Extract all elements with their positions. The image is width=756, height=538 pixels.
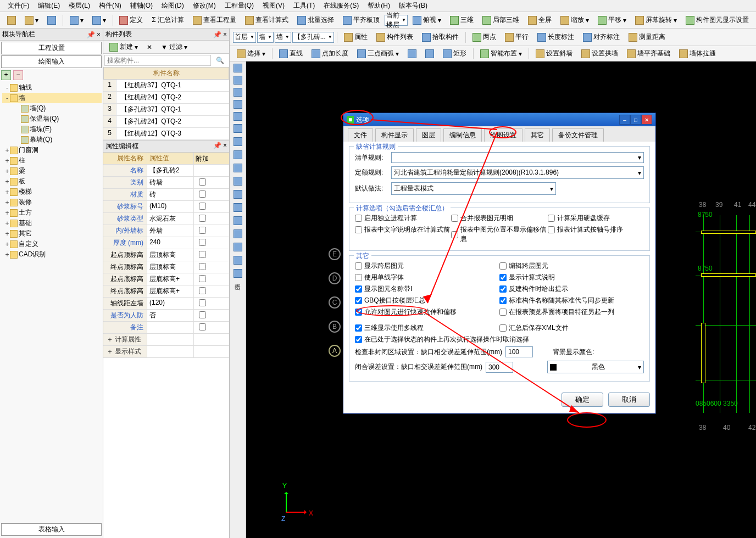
tree-expand-button[interactable]: + [1,70,11,80]
property-row[interactable]: 是否为人防否 [103,310,229,322]
prop-value[interactable]: 层底标高+ [147,285,194,297]
two-point-button[interactable]: 两点 [469,31,500,43]
vtool-闭合[interactable]: 闭合 [231,269,244,279]
tree-item[interactable]: 墙垛(E) [2,124,102,134]
closed-gap-input[interactable]: 100 [505,346,533,357]
chk-edit-cross[interactable]: 编辑跨层图元 [499,261,644,271]
menu-floor[interactable]: 楼层(L) [65,0,93,12]
maximize-icon[interactable]: □ [630,115,641,125]
property-row[interactable]: 轴线距左墙(120) [103,298,229,310]
cancel-button[interactable]: 取消 [608,393,650,407]
prop-value[interactable]: 水泥石灰 [147,213,194,225]
tree-item[interactable]: 保温墙(Q) [2,114,102,124]
prop-extra-checkbox[interactable] [199,323,206,330]
chk-show-calc-desc[interactable]: 显示计算式说明 [499,273,644,282]
prop-value[interactable]: (M10) [147,201,194,212]
tree-item[interactable]: +门窗洞 [2,145,102,155]
prop-extra-checkbox[interactable] [199,239,206,246]
prop-value[interactable]: 否 [147,310,194,321]
redo-icon[interactable]: ▾ [88,14,110,26]
save-icon[interactable] [43,14,60,26]
sq2-icon[interactable] [421,48,438,60]
tab-other[interactable]: 其它 [525,128,550,142]
rect-button[interactable]: 矩形 [439,47,470,60]
search-input[interactable] [104,55,211,66]
view-qty-button[interactable]: 查看工程量 [189,14,240,26]
tree-item[interactable]: 幕墙(Q) [2,134,102,145]
new-icon[interactable] [3,14,20,26]
default-method-select[interactable]: 工程量表模式▾ [391,182,556,195]
open-icon[interactable]: ▾ [21,14,42,26]
screen-rotate-button[interactable]: 屏幕旋转▾ [631,14,681,26]
property-row[interactable]: 终点底标高层底标高+ [103,285,229,298]
new-component-button[interactable]: 新建▾ [105,41,142,53]
chk-single-line[interactable]: 使用单线字体 [355,273,499,282]
vtool-分割[interactable]: 分割 [231,177,244,187]
list-rule-select[interactable]: ▾ [391,152,644,163]
property-row[interactable]: 材质砖 [103,189,229,201]
prop-extra-checkbox[interactable] [199,203,206,210]
batch-select-button[interactable]: 批量选择 [293,14,338,26]
vtool-设置夹点[interactable]: 设置夹点 [231,229,244,239]
vtool-icon-3[interactable] [231,100,244,109]
tree-item[interactable]: -轴线 [2,82,102,93]
chk-cross-floor[interactable]: 显示跨层图元 [355,261,499,271]
menu-quantity[interactable]: 工程量(Q) [221,0,257,12]
tree-toggle-icon[interactable]: + [4,209,10,217]
menu-modify[interactable]: 修改(M) [190,0,219,12]
gap-input[interactable]: 300 [486,362,513,373]
menu-view[interactable]: 视图(V) [259,0,288,12]
tree-toggle-icon[interactable]: + [4,147,10,154]
menu-tools[interactable]: 工具(T) [290,0,318,12]
component-row[interactable]: 1【红机砖37】QTQ-1 [103,80,229,92]
tree-toggle-icon[interactable]: + [4,199,10,206]
parallel-button[interactable]: 平行 [501,31,532,43]
tree-item[interactable]: +装修 [2,197,102,208]
3d-view-button[interactable]: 三维 [446,14,477,26]
smart-button[interactable]: 智能布置▾ [476,47,526,60]
view-calc-button[interactable]: 查看计算式 [241,14,292,26]
component-row[interactable]: 3【多孔砖37】QTQ-1 [103,104,229,116]
quota-rule-select[interactable]: 河北省建筑工程消耗量定额计算规则(2008)(R10.3.1.896)▾ [391,166,644,179]
property-row[interactable]: 砂浆标号(M10) [103,201,229,213]
chk-reselect-cancel[interactable]: 在已处于选择状态的构件上再次执行选择操作时取消选择 [355,335,644,344]
delete-component-icon[interactable]: ✕ [143,42,156,53]
tree-item[interactable]: +土方 [2,208,102,218]
point-ext-button[interactable]: 点加长度 [308,47,352,60]
tab-component-display[interactable]: 构件显示 [375,128,414,142]
tree-item[interactable]: +板 [2,176,102,187]
component-row[interactable]: 2【红机砖24】QTQ-2 [103,92,229,104]
tree-item[interactable]: +其它 [2,228,102,239]
tree-item[interactable]: +柱 [2,155,102,166]
pull-button[interactable]: 墙体拉通 [675,47,720,60]
tab-compile-info[interactable]: 编制信息 [443,128,482,142]
slab-button[interactable]: 设置斜墙 [532,47,576,60]
vtool-icon-4[interactable] [231,112,244,121]
property-row[interactable]: 内/外墙标外墙 [103,225,229,237]
prop-value[interactable]: 砖墙 [147,177,194,188]
prop-extra-checkbox[interactable] [199,227,206,234]
chk-gbq-floor[interactable]: GBQ接口按楼层汇总 [355,296,499,305]
vtool-icon-0[interactable] [231,64,244,72]
measure-button[interactable]: 测量距离 [625,31,669,43]
close-icon[interactable]: ✕ [641,115,652,125]
tree-toggle-icon[interactable]: + [4,220,10,227]
tree-item[interactable]: +自定义 [2,239,102,249]
property-row[interactable]: 起点顶标高层顶标高 [103,249,229,261]
vtool-延伸[interactable]: 延伸 [231,124,244,134]
local-3d-button[interactable]: 局部三维 [479,14,523,26]
length-dim-button[interactable]: 长度标注 [533,31,578,43]
tab-draw-settings[interactable]: 绘图设置 [484,128,522,142]
prop-value[interactable]: (120) [147,298,194,309]
vault-button[interactable]: 设置拱墙 [577,47,622,60]
pin-icon[interactable]: 📌 × [213,31,227,38]
tree-item[interactable]: -墙 [2,93,102,103]
tree-toggle-icon[interactable]: + [4,188,10,196]
vtool-拉伸[interactable]: 拉伸 [231,216,244,226]
pick-tool-button[interactable]: 拾取构件 [418,31,463,43]
tree-toggle-icon[interactable]: + [4,240,10,248]
align-dim-button[interactable]: 对齐标注 [579,31,624,43]
pin-icon[interactable]: 📌 × [87,31,101,38]
arc-button[interactable]: 三点画弧▾ [353,47,403,60]
prop-extra-checkbox[interactable] [199,287,206,294]
